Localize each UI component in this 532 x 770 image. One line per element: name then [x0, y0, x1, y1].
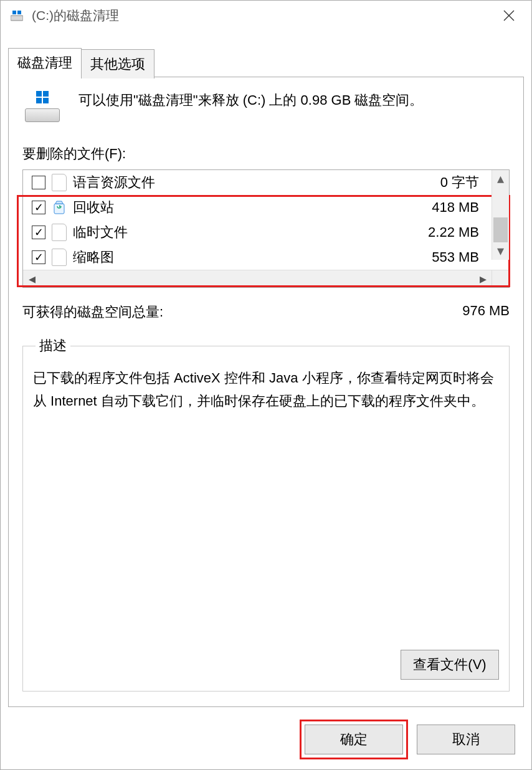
- recycle-bin-icon: [52, 199, 67, 216]
- file-row[interactable]: 语言资源文件 0 字节: [23, 170, 492, 195]
- svg-rect-0: [11, 16, 23, 21]
- scroll-track[interactable]: [40, 270, 474, 287]
- scroll-right-arrow-icon[interactable]: ▸: [474, 270, 492, 287]
- vertical-scrollbar[interactable]: ▴ ▾: [492, 170, 509, 260]
- scroll-corner: [492, 270, 509, 287]
- tab-other-options[interactable]: 其他选项: [81, 49, 154, 78]
- file-icon: [52, 249, 67, 266]
- file-icon: [52, 174, 67, 191]
- tab-panel-cleanup: 可以使用"磁盘清理"来释放 (C:) 上的 0.98 GB 磁盘空间。 要删除的…: [8, 77, 524, 707]
- button-label: 取消: [452, 731, 480, 747]
- scroll-track[interactable]: [492, 188, 509, 242]
- scroll-thumb[interactable]: [493, 217, 508, 242]
- file-row[interactable]: 回收站 418 MB: [23, 195, 492, 220]
- tab-label: 其他选项: [90, 56, 145, 72]
- description-text: 已下载的程序文件包括 ActiveX 控件和 Java 小程序，你查看特定网页时…: [33, 366, 499, 413]
- button-label: 确定: [340, 731, 368, 747]
- file-name: 回收站: [73, 198, 425, 217]
- checkbox[interactable]: [32, 176, 45, 189]
- horizontal-scrollbar[interactable]: ◂ ▸: [23, 270, 509, 287]
- file-size: 553 MB: [432, 249, 479, 265]
- tab-strip: 磁盘清理 其他选项: [8, 48, 524, 77]
- dialog-content: 磁盘清理 其他选项 可以使用"磁盘清理"来释放 (C:) 上的 0.98 GB …: [1, 31, 531, 716]
- file-row[interactable]: 临时文件 2.22 MB: [23, 220, 492, 245]
- files-to-delete-label: 要删除的文件(F):: [22, 145, 510, 163]
- cancel-button[interactable]: 取消: [417, 725, 515, 754]
- scroll-up-arrow-icon[interactable]: ▴: [492, 170, 509, 188]
- intro-row: 可以使用"磁盘清理"来释放 (C:) 上的 0.98 GB 磁盘空间。: [22, 90, 510, 122]
- intro-text: 可以使用"磁盘清理"来释放 (C:) 上的 0.98 GB 磁盘空间。: [78, 90, 423, 110]
- scroll-down-arrow-icon[interactable]: ▾: [492, 242, 509, 260]
- titlebar: (C:)的磁盘清理: [1, 1, 531, 31]
- file-row[interactable]: 缩略图 553 MB: [23, 245, 492, 270]
- description-legend: 描述: [36, 336, 70, 355]
- file-name: 临时文件: [73, 223, 422, 242]
- total-space-value: 976 MB: [462, 303, 510, 321]
- file-size: 0 字节: [440, 173, 479, 192]
- files-listbox: 语言资源文件 0 字节 回收站 418 MB 临时文: [22, 169, 510, 288]
- drive-icon: [25, 92, 60, 122]
- tab-label: 磁盘清理: [17, 55, 72, 70]
- window-title: (C:)的磁盘清理: [32, 7, 119, 24]
- file-name: 语言资源文件: [73, 173, 434, 192]
- tab-disk-cleanup[interactable]: 磁盘清理: [8, 48, 82, 77]
- checkbox[interactable]: [32, 226, 45, 239]
- view-files-button[interactable]: 查看文件(V): [401, 650, 499, 680]
- ok-button[interactable]: 确定: [305, 725, 403, 754]
- file-name: 缩略图: [73, 248, 425, 267]
- file-size: 418 MB: [432, 199, 479, 216]
- checkbox[interactable]: [32, 201, 45, 214]
- dialog-footer: 确定 取消: [1, 716, 531, 769]
- total-space-row: 可获得的磁盘空间总量: 976 MB: [22, 303, 510, 321]
- checkbox[interactable]: [32, 250, 45, 264]
- dialog-window: (C:)的磁盘清理 磁盘清理 其他选项 可以使用"磁盘清理"来释放 (C:) 上…: [0, 0, 532, 770]
- file-icon: [52, 224, 67, 241]
- scroll-left-arrow-icon[interactable]: ◂: [23, 270, 40, 287]
- file-rows: 语言资源文件 0 字节 回收站 418 MB 临时文: [23, 170, 509, 270]
- button-label: 查看文件(V): [413, 657, 486, 672]
- description-group: 描述 已下载的程序文件包括 ActiveX 控件和 Java 小程序，你查看特定…: [22, 336, 510, 692]
- total-space-label: 可获得的磁盘空间总量:: [22, 303, 163, 321]
- close-button[interactable]: [490, 1, 528, 31]
- svg-rect-2: [17, 11, 21, 14]
- file-size: 2.22 MB: [428, 224, 479, 240]
- svg-rect-1: [12, 11, 16, 14]
- disk-cleanup-icon: [11, 9, 23, 22]
